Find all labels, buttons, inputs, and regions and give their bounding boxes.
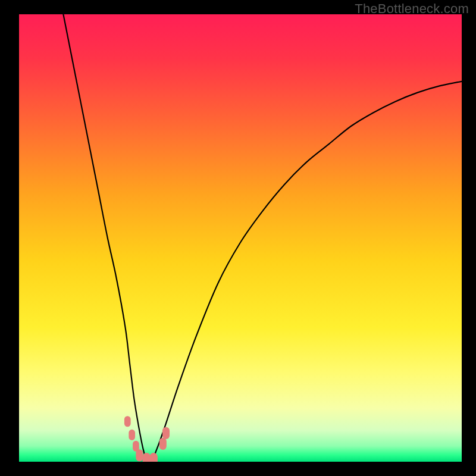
curve-marker (143, 453, 151, 462)
curve-marker (149, 453, 157, 462)
gradient-background (19, 14, 462, 462)
curve-marker (129, 430, 135, 440)
plot-area (19, 14, 462, 462)
chart-frame: { "watermark": "TheBottleneck.com", "col… (0, 0, 476, 476)
chart-svg (19, 14, 462, 462)
watermark-text: TheBottleneck.com (355, 1, 469, 17)
curve-marker (136, 449, 143, 461)
curve-marker (162, 427, 170, 439)
curve-marker (124, 416, 131, 427)
curve-marker (159, 438, 167, 450)
